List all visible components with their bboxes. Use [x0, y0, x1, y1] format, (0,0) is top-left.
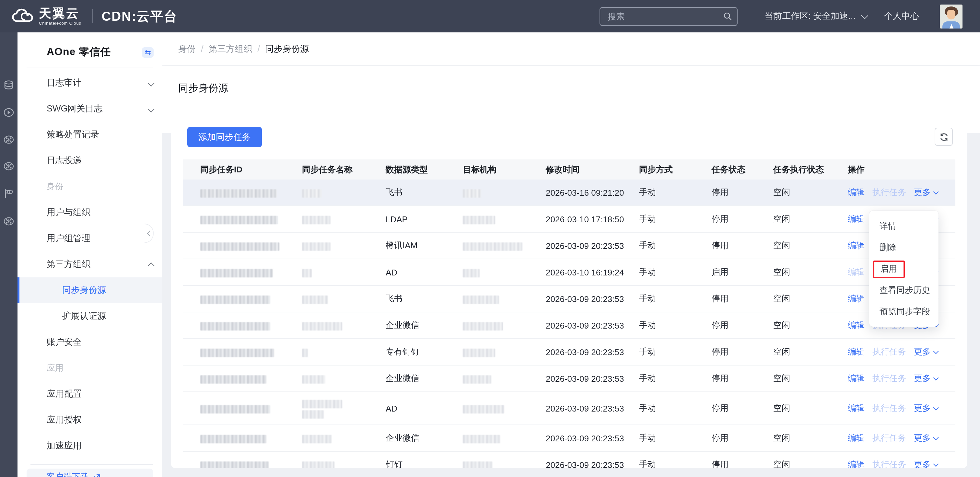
- cell-exec-status: 空闲: [773, 320, 848, 331]
- cell-task-name: [302, 188, 386, 197]
- more-link[interactable]: 更多: [914, 403, 938, 413]
- sidebar-item-label: 同步身份源: [62, 285, 106, 296]
- chevron-down-icon: [933, 349, 939, 354]
- redacted-text: [200, 348, 274, 357]
- search-icon[interactable]: [723, 12, 732, 21]
- breadcrumb: 身份 / 第三方组织 / 同步身份源: [178, 43, 309, 55]
- node-cluster-icon[interactable]: [3, 216, 14, 227]
- run-task-link[interactable]: 执行任务: [872, 433, 906, 443]
- add-sync-task-button[interactable]: 添加同步任务: [187, 127, 262, 147]
- sidebar-item-应用授权[interactable]: 应用授权: [18, 407, 162, 433]
- sidebar-item-label: 扩展认证源: [62, 310, 106, 322]
- sidebar-item-label: 第三方组织: [47, 259, 91, 270]
- sidebar-item-加速应用[interactable]: 加速应用: [18, 433, 162, 459]
- menu-item-详情[interactable]: 详情: [869, 215, 939, 237]
- flag-icon[interactable]: [3, 188, 14, 199]
- breadcrumb-item[interactable]: 身份: [178, 43, 196, 55]
- more-link[interactable]: 更多: [914, 460, 938, 468]
- cell-modified-time: 2026-03-09 20:23:53: [546, 241, 639, 251]
- sidebar-item-策略处置记录[interactable]: 策略处置记录: [18, 122, 162, 148]
- sidebar-item-label: SWG网关日志: [47, 103, 103, 115]
- redacted-text: [302, 434, 332, 443]
- cell-source-type: 钉钉: [386, 459, 463, 468]
- chevron-left-icon: [147, 231, 152, 236]
- swap-icon[interactable]: ⇆: [142, 47, 154, 57]
- avatar[interactable]: [940, 4, 963, 28]
- node-cluster-icon[interactable]: [3, 134, 14, 145]
- more-link[interactable]: 更多: [914, 347, 938, 356]
- sidebar-item-client-download[interactable]: 客户端下载: [27, 469, 153, 477]
- table-row: AD2026-03-10 16:19:24手动启用空闲编辑执行任务更多: [183, 259, 955, 286]
- sidebar-item-应用配置[interactable]: 应用配置: [18, 381, 162, 407]
- cell-modified-time: 2026-03-10 16:19:24: [546, 267, 639, 277]
- cell-task-id: [183, 433, 302, 443]
- more-link[interactable]: 更多: [914, 373, 938, 383]
- edit-link[interactable]: 编辑: [848, 240, 865, 250]
- edit-link[interactable]: 编辑: [848, 294, 865, 303]
- breadcrumb-current: 同步身份源: [265, 43, 309, 55]
- table-row: 飞书2026-03-09 20:23:53手动停用空闲编辑执行任务更多: [183, 286, 955, 312]
- edit-link[interactable]: 编辑: [848, 433, 865, 443]
- search-box[interactable]: [599, 7, 737, 25]
- edit-link[interactable]: 编辑: [848, 373, 865, 383]
- more-link[interactable]: 更多: [914, 433, 938, 443]
- annotation-highlight-box: 启用: [873, 261, 905, 278]
- brand-name: 天翼云: [39, 7, 81, 19]
- edit-link[interactable]: 编辑: [848, 187, 865, 197]
- edit-link[interactable]: 编辑: [848, 214, 865, 224]
- edit-link[interactable]: 编辑: [848, 347, 865, 356]
- cell-source-type: 飞书: [386, 293, 463, 305]
- table-body: 飞书2026-03-16 09:21:20手动停用空闲编辑执行任务更多LDAP2…: [183, 180, 955, 468]
- table-row: 企业微信2026-03-09 20:23:53手动停用空闲编辑执行任务更多: [183, 312, 955, 339]
- sidebar-item-扩展认证源[interactable]: 扩展认证源: [18, 303, 162, 329]
- edit-link[interactable]: 编辑: [848, 460, 865, 468]
- run-task-link[interactable]: 执行任务: [872, 403, 906, 413]
- refresh-button[interactable]: [935, 128, 953, 146]
- profile-center-link[interactable]: 个人中心: [884, 10, 919, 22]
- edit-link[interactable]: 编辑: [848, 403, 865, 413]
- redacted-text: [463, 189, 481, 197]
- cell-task-status: 停用: [712, 432, 773, 444]
- cell-sync-mode: 手动: [639, 320, 712, 331]
- sidebar-item-label: 用户组管理: [47, 233, 91, 244]
- workspace-selector[interactable]: 当前工作区: 安全加速...: [765, 10, 867, 22]
- menu-item-预览同步字段[interactable]: 预览同步字段: [869, 301, 939, 322]
- sidebar-item-账户安全[interactable]: 账户安全: [18, 329, 162, 355]
- sync-task-table: 同步任务ID同步任务名称数据源类型目标机构修改时间同步方式任务状态任务执行状态操…: [183, 159, 955, 468]
- cell-sync-mode: 手动: [639, 346, 712, 358]
- cell-exec-status: 空闲: [773, 346, 848, 358]
- more-link[interactable]: 更多: [914, 187, 938, 197]
- run-task-link[interactable]: 执行任务: [872, 373, 906, 383]
- menu-item-查看同步历史[interactable]: 查看同步历史: [869, 279, 939, 301]
- play-circle-icon[interactable]: [3, 107, 14, 118]
- sidebar-item-用户组管理[interactable]: 用户组管理: [18, 226, 162, 251]
- redacted-text: [302, 375, 325, 383]
- sidebar-item-用户与组织[interactable]: 用户与组织: [18, 200, 162, 226]
- table-row: 橙讯IAM2026-03-09 20:23:53手动停用空闲编辑执行任务更多: [183, 233, 955, 259]
- run-task-link[interactable]: 执行任务: [872, 460, 906, 468]
- edit-link[interactable]: 编辑: [848, 320, 865, 330]
- chevron-down-icon: [933, 461, 939, 467]
- run-task-link[interactable]: 执行任务: [872, 187, 906, 197]
- column-header: 同步任务ID: [183, 164, 302, 175]
- cell-task-id: [183, 460, 302, 468]
- edit-link[interactable]: 编辑: [848, 267, 865, 277]
- sidebar-item-第三方组织[interactable]: 第三方组织: [18, 251, 162, 277]
- search-input[interactable]: [606, 11, 723, 22]
- run-task-link[interactable]: 执行任务: [872, 347, 906, 356]
- breadcrumb-item[interactable]: 第三方组织: [209, 43, 253, 55]
- chevron-down-icon: [933, 189, 939, 195]
- sidebar-item-日志投递[interactable]: 日志投递: [18, 148, 162, 174]
- cell-exec-status: 空闲: [773, 373, 848, 384]
- chevron-down-icon: [933, 435, 939, 440]
- node-cluster-icon[interactable]: [3, 161, 14, 172]
- refresh-icon: [939, 132, 948, 142]
- sidebar-item-SWG网关日志[interactable]: SWG网关日志: [18, 96, 162, 122]
- sidebar-item-日志审计[interactable]: 日志审计: [18, 70, 162, 96]
- breadcrumb-band: 身份 / 第三方组织 / 同步身份源: [162, 32, 980, 65]
- database-icon[interactable]: [3, 80, 14, 91]
- menu-item-启用[interactable]: 启用: [869, 258, 939, 279]
- cell-task-id: [183, 347, 302, 357]
- menu-item-删除[interactable]: 删除: [869, 237, 939, 258]
- sidebar-item-同步身份源[interactable]: 同步身份源: [18, 277, 162, 303]
